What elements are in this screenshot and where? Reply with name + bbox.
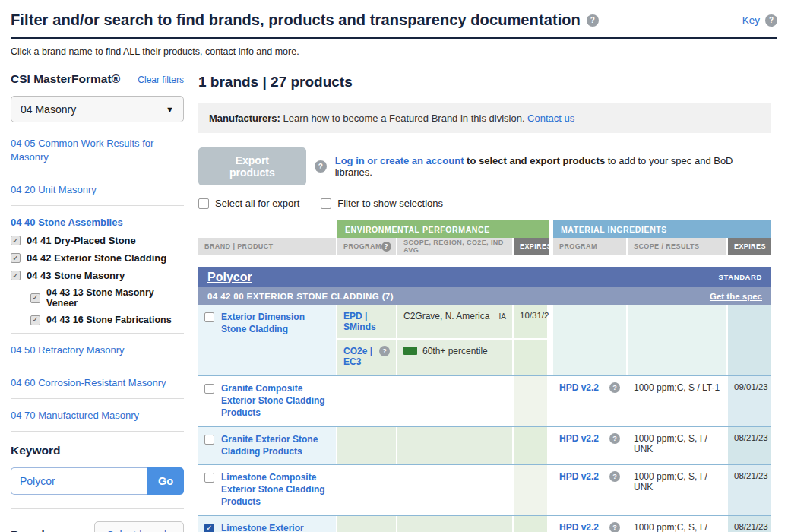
subcategory-checkbox[interactable]: ✓	[11, 236, 21, 245]
env-scope-subcell: 60th+ percentile	[397, 340, 512, 375]
filter-selections-checkbox[interactable]	[321, 198, 331, 209]
subcategory-checkbox[interactable]: ✓	[30, 315, 40, 325]
division-select[interactable]: 04 Masonry ▼	[11, 96, 184, 122]
hpd-help-icon[interactable]: ?	[609, 382, 620, 393]
sidebar-category-row: 04 50 Refractory Masonry	[11, 334, 184, 366]
product-export-checkbox[interactable]	[204, 312, 214, 322]
export-row: Export products ? Log in or create an ac…	[198, 147, 771, 185]
sidebar-category-link[interactable]: 04 50 Refractory Masonry	[11, 344, 125, 356]
mat-expires-cell: 08/21/23	[728, 465, 771, 515]
sidebar-category-link[interactable]: 04 05 Common Work Results for Masonry	[11, 138, 153, 163]
category-label: 04 42 00 EXTERIOR STONE CLADDING (7)	[207, 292, 394, 301]
manufacturers-banner-bold: Manufacturers:	[209, 112, 280, 124]
export-products-button[interactable]: Export products	[198, 147, 306, 185]
go-button[interactable]: Go	[147, 467, 184, 495]
export-help-icon[interactable]: ?	[315, 160, 327, 173]
brand-tier-badge: STANDARD	[719, 273, 762, 281]
select-brands-button[interactable]: Select brands	[94, 521, 184, 532]
export-bold-text: to select and export products	[464, 155, 605, 166]
mat-scope-cell	[628, 305, 728, 375]
brand-link[interactable]: Polycor	[207, 271, 252, 284]
sidebar-category-link[interactable]: 04 20 Unit Masonry	[11, 184, 97, 195]
key-area: Key ?	[742, 14, 777, 27]
product-link[interactable]: Limestone Composite Exterior Stone Cladd…	[221, 471, 330, 508]
env-scope-cell	[397, 516, 514, 532]
env-expires-cell	[514, 465, 549, 515]
subcategory-checkbox[interactable]: ✓	[11, 253, 21, 263]
env-program-cell: EPD | SMindsCO2e | EC3?	[337, 305, 397, 375]
col-brand-product: BRAND | PRODUCT	[198, 238, 337, 255]
subcategory-checkbox[interactable]: ✓	[30, 293, 40, 303]
product-export-checkbox[interactable]	[204, 384, 214, 394]
product-export-checkbox[interactable]: ✓	[204, 524, 214, 532]
product-link[interactable]: Granite Exterior Stone Cladding Products	[221, 433, 330, 458]
sidebar-subcategory-row: ✓04 42 Exterior Stone Cladding	[11, 252, 184, 264]
mat-expires-cell	[728, 305, 771, 375]
product-link[interactable]: Exterior Dimension Stone Cladding	[221, 311, 330, 335]
table-row: Limestone Composite Exterior Stone Cladd…	[198, 465, 771, 516]
login-link[interactable]: Log in or create an account	[335, 155, 464, 166]
env-program-cell	[337, 465, 397, 515]
csi-category-list: 04 05 Common Work Results for Masonry04 …	[11, 127, 184, 432]
select-all-checkbox[interactable]	[198, 198, 209, 209]
product-link[interactable]: Granite Composite Exterior Stone Claddin…	[221, 382, 330, 420]
program-help-icon[interactable]: ?	[381, 242, 391, 252]
mat-program-link[interactable]: HPD v2.2	[559, 522, 599, 532]
division-select-value: 04 Masonry	[21, 103, 76, 116]
mat-program-cell: HPD v2.2?	[553, 516, 628, 532]
sidebar-category-row: 04 60 Corrosion-Resistant Masonry	[11, 366, 184, 399]
csi-masterformat-heading: CSI MasterFormat®	[11, 72, 120, 86]
sidebar-category-link-active[interactable]: 04 40 Stone Assemblies	[11, 217, 123, 228]
table-row: Granite Composite Exterior Stone Claddin…	[198, 376, 771, 427]
industry-avg-tag: IA	[499, 311, 506, 321]
table-group-header: ENVIRONMENTAL PERFORMANCE MATERIAL INGRE…	[198, 220, 771, 238]
sidebar-category-link[interactable]: 04 70 Manufactured Masonry	[11, 410, 139, 421]
keyword-input[interactable]	[11, 467, 147, 495]
env-scope-text: C2Grave, N. America	[403, 311, 489, 321]
title-help-icon[interactable]: ?	[587, 14, 599, 27]
env-program-link[interactable]: EPD | SMinds	[343, 311, 390, 332]
mat-program-link[interactable]: HPD v2.2	[559, 433, 599, 444]
key-help-icon[interactable]: ?	[765, 14, 777, 27]
env-program-link[interactable]: CO2e | EC3	[343, 346, 376, 367]
main-panel: 1 brands | 27 products Manufacturers: Le…	[198, 72, 771, 532]
product-export-checkbox[interactable]	[204, 473, 214, 483]
hpd-help-icon[interactable]: ?	[609, 522, 620, 532]
mat-scope-cell: 1000 ppm;C, S, I / UNK	[628, 465, 728, 515]
sidebar: CSI MasterFormat® Clear filters 04 Mason…	[11, 72, 184, 532]
subnote: Click a brand name to find ALL their pro…	[11, 46, 777, 57]
env-expires-cell	[514, 427, 549, 464]
sidebar-subcategory-row: ✓04 43 16 Stone Fabrications	[30, 315, 184, 325]
mat-expires-cell: 09/01/23	[728, 376, 771, 426]
table-row: ✓Limestone Exterior Stone Cladding Produ…	[198, 516, 771, 532]
mat-program-link[interactable]: HPD v2.2	[559, 471, 599, 482]
mat-scope-cell: 1000 ppm;C, S / LT-1	[628, 376, 728, 426]
env-program-cell	[337, 516, 397, 532]
sidebar-category-row: 04 20 Unit Masonry	[11, 173, 184, 206]
mat-program-link[interactable]: HPD v2.2	[559, 382, 599, 393]
product-link[interactable]: Limestone Exterior Stone Cladding Produc…	[221, 522, 330, 532]
get-the-spec-link[interactable]: Get the spec	[710, 292, 762, 301]
hpd-help-icon[interactable]: ?	[609, 471, 620, 482]
contact-us-link[interactable]: Contact us	[527, 112, 574, 124]
select-all-label: Select all for export	[215, 198, 299, 209]
program-help-icon[interactable]: ?	[379, 346, 390, 356]
env-scope-text: 60th+ percentile	[403, 346, 488, 356]
env-scope-cell: C2Grave, N. AmericaIA60th+ percentile	[397, 305, 514, 375]
mat-expires-cell: 08/21/23	[728, 516, 771, 532]
col-env-program: PROGRAM?	[337, 238, 397, 255]
clear-filters-link[interactable]: Clear filters	[138, 74, 184, 85]
subcategory-label: 04 43 Stone Masonry	[27, 270, 125, 281]
sidebar-category-row: 04 70 Manufactured Masonry	[11, 399, 184, 432]
sidebar-category-link[interactable]: 04 60 Corrosion-Resistant Masonry	[11, 377, 166, 388]
product-export-checkbox[interactable]	[204, 435, 214, 445]
mat-program-cell	[553, 305, 628, 375]
subcategory-checkbox[interactable]: ✓	[11, 271, 21, 280]
filter-selections-label: Filter to show selections	[337, 198, 443, 209]
export-login-text: Log in or create an account to select an…	[335, 155, 771, 178]
key-link[interactable]: Key	[742, 14, 760, 26]
product-cell: ✓Limestone Exterior Stone Cladding Produ…	[198, 516, 337, 532]
env-scope-cell	[397, 465, 514, 515]
hpd-help-icon[interactable]: ?	[609, 433, 620, 444]
env-expires-cell	[514, 376, 549, 426]
